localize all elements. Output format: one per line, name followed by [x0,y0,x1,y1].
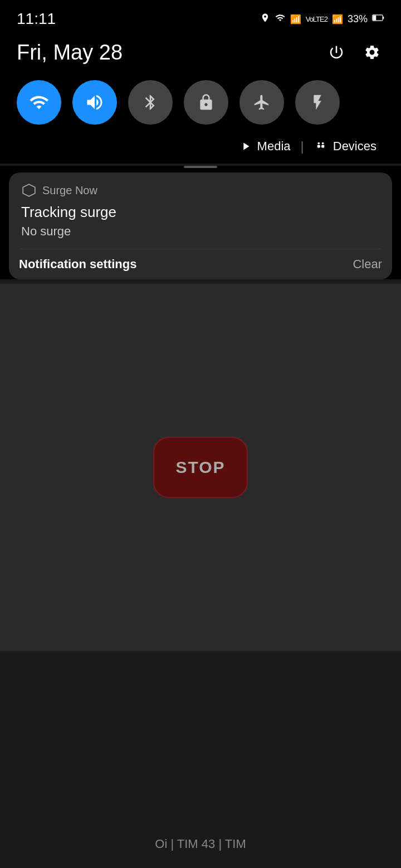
power-button[interactable] [324,40,349,65]
battery-percent: 33% [348,13,368,25]
wifi-status-icon [275,13,286,26]
notification-app-name: Surge Now [42,184,97,197]
svg-point-5 [317,142,320,145]
status-bar: 11:11 📶 VoLTE2 📶 33% [0,0,401,33]
date-display: Fri, May 28 [17,41,123,65]
lte-icon: VoLTE2 [306,15,327,23]
signal-icon: 📶 [290,14,301,24]
status-icons: 📶 VoLTE2 📶 33% [260,13,384,26]
quick-toggles [0,73,401,132]
media-button[interactable]: Media [232,137,299,156]
header-actions [324,40,384,65]
svg-rect-2 [373,16,376,21]
status-time: 11:11 [17,10,56,28]
media-devices-row: Media | Devices [0,132,401,164]
svg-point-4 [321,145,325,148]
drag-handle [184,166,217,168]
notification-settings-button[interactable]: Notification settings [19,257,136,272]
svg-point-6 [322,142,324,145]
notification-body: No surge [21,224,380,239]
notification-title: Tracking surge [21,204,380,221]
notification-panel: Surge Now Tracking surge No surge Notifi… [0,166,401,279]
toggle-wifi[interactable] [17,80,61,125]
toggle-sound[interactable] [72,80,117,125]
devices-label: Devices [333,139,376,154]
media-label: Media [257,139,291,154]
signal2-icon: 📶 [332,14,343,24]
svg-marker-7 [23,184,35,196]
notification-actions: Notification settings Clear [19,249,382,279]
location-icon [260,13,270,26]
notification-clear-button[interactable]: Clear [353,257,382,272]
carrier-footer: Oi | TIM 43 | TIM [0,837,401,851]
media-devices-separator: | [299,139,306,154]
notification-app-icon [21,183,37,198]
toggle-screen-lock[interactable] [184,80,228,125]
settings-button[interactable] [360,40,384,65]
toggle-bluetooth[interactable] [128,80,173,125]
notification-card: Surge Now Tracking surge No surge Notifi… [9,172,392,279]
svg-point-3 [317,145,320,148]
stop-button[interactable]: STOP [153,437,248,498]
app-background-area: STOP [0,284,401,651]
devices-button[interactable]: Devices [306,137,384,156]
svg-rect-1 [383,17,384,19]
toggle-flashlight[interactable] [295,80,340,125]
battery-icon [372,14,384,24]
notification-app-row: Surge Now [21,183,380,198]
header-row: Fri, May 28 [0,33,401,73]
toggle-airplane[interactable] [239,80,284,125]
